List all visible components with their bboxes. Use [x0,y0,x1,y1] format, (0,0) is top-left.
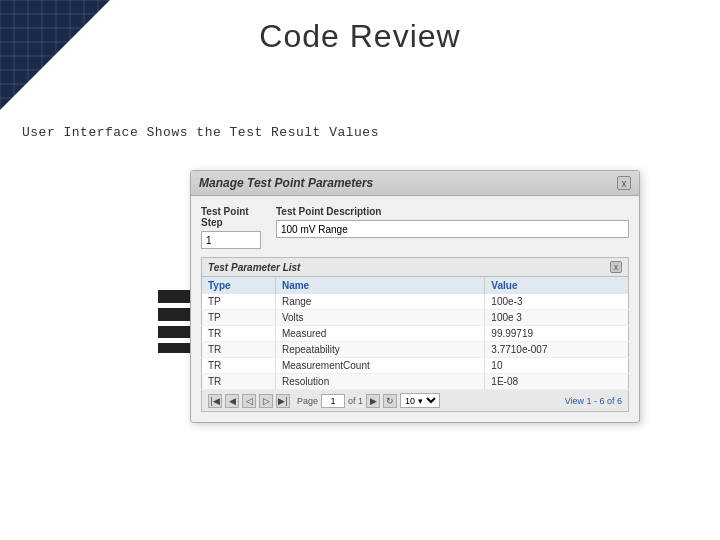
table-row: TRMeasured99.99719 [202,326,629,342]
cell-type: TP [202,310,276,326]
manage-test-point-dialog: Manage Test Point Parameters x Test Poin… [190,170,640,423]
col-header-type: Type [202,277,276,294]
next-page-button[interactable]: ▷ [259,394,273,408]
view-info: View 1 - 6 of 6 [565,396,622,406]
first-page-button[interactable]: |◀ [208,394,222,408]
cell-type: TR [202,358,276,374]
prev-page-button-2[interactable]: ◁ [242,394,256,408]
cell-value: 10 [485,358,629,374]
cell-name: Resolution [275,374,484,390]
pagination-bar: |◀ ◀ ◁ ▷ ▶| Page of 1 ▶ ↻ 10 ▾ 25 50 Vie… [201,390,629,412]
page-number-input[interactable] [321,394,345,408]
cell-type: TR [202,326,276,342]
param-list-close-button[interactable]: x [610,261,622,273]
dialog-body: Test Point Step Test Point Description T… [191,196,639,422]
cell-name: Measured [275,326,484,342]
page-size-select[interactable]: 10 ▾ 25 50 [400,393,440,408]
cell-name: Repeatability [275,342,484,358]
refresh-button[interactable]: ↻ [383,394,397,408]
last-page-button[interactable]: ▶| [276,394,290,408]
cell-value: 100e-3 [485,294,629,310]
page-label: Page [297,396,318,406]
cell-type: TR [202,342,276,358]
desc-label: Test Point Description [276,206,629,217]
dialog-close-button[interactable]: x [617,176,631,190]
corner-decoration [0,0,120,120]
cell-type: TP [202,294,276,310]
table-row: TRMeasurementCount10 [202,358,629,374]
step-label: Test Point Step [201,206,261,228]
subtitle: User Interface Shows the Test Result Val… [22,125,379,140]
param-list-header: Test Parameter List x [201,257,629,277]
table-row: TRResolution1E-08 [202,374,629,390]
cell-value: 3.7710e-007 [485,342,629,358]
table-header-row: Type Name Value [202,277,629,294]
desc-input[interactable] [276,220,629,238]
table-row: TRRepeatability3.7710e-007 [202,342,629,358]
cell-value: 100e 3 [485,310,629,326]
step-field-group: Test Point Step [201,206,261,249]
col-header-value: Value [485,277,629,294]
param-table: Type Name Value TPRange100e-3TPVolts100e… [201,277,629,390]
cell-name: Volts [275,310,484,326]
dialog-title: Manage Test Point Parameters [199,176,373,190]
of-label: of 1 [348,396,363,406]
go-page-button[interactable]: ▶ [366,394,380,408]
prev-page-button[interactable]: ◀ [225,394,239,408]
cell-type: TR [202,374,276,390]
table-row: TPRange100e-3 [202,294,629,310]
step-input[interactable] [201,231,261,249]
desc-field-group: Test Point Description [276,206,629,249]
dialog-titlebar: Manage Test Point Parameters x [191,171,639,196]
form-row-top: Test Point Step Test Point Description [201,206,629,249]
param-list-title: Test Parameter List [208,262,300,273]
table-row: TPVolts100e 3 [202,310,629,326]
cell-value: 99.99719 [485,326,629,342]
cell-name: MeasurementCount [275,358,484,374]
cell-name: Range [275,294,484,310]
col-header-name: Name [275,277,484,294]
cell-value: 1E-08 [485,374,629,390]
